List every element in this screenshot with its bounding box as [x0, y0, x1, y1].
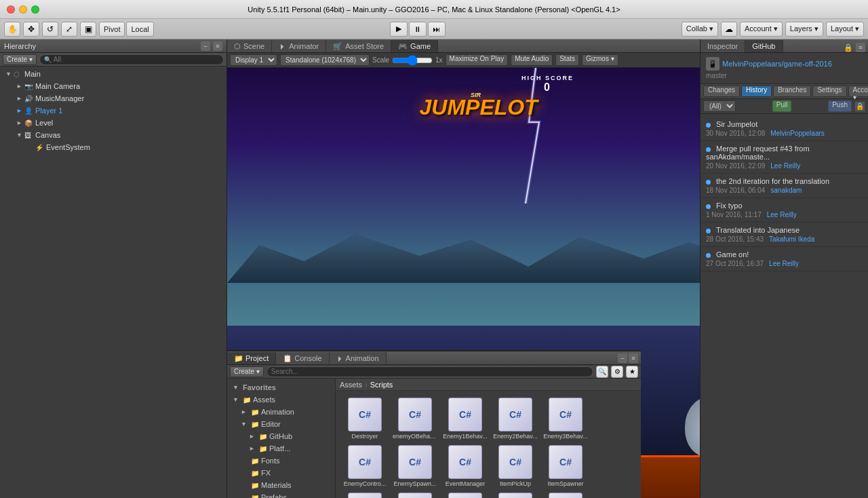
push-btn[interactable]: Push [828, 100, 852, 112]
inspector-menu-btn[interactable]: ≡ [856, 43, 865, 52]
sidebar-assets[interactable]: ▼ 📁 Assets [227, 394, 335, 406]
branches-btn[interactable]: Branches [773, 85, 811, 97]
maximize-btn[interactable]: Maximize On Play [446, 54, 509, 66]
game-tab[interactable]: 🎮 Game [391, 40, 438, 52]
commit-item-1[interactable]: Sir Jumpelot 30 Nov 2016, 12:08 MelvinPo… [701, 117, 868, 141]
pivot-btn[interactable]: Pivot [99, 22, 125, 37]
gizmos-btn[interactable]: Gizmos ▾ [582, 54, 618, 66]
hand-tool-btn[interactable]: ✋ [4, 22, 20, 37]
sidebar-animation[interactable]: ► 📁 Animation [227, 406, 335, 418]
commit-item-3[interactable]: the 2nd iteration for the translation 18… [701, 174, 868, 198]
tree-item-music-manager[interactable]: ► 🔊 MusicManager [0, 92, 226, 104]
display-select[interactable]: Display 1 [230, 54, 277, 66]
file-lavadeath[interactable]: LavaDeath [341, 491, 389, 498]
maximize-button[interactable] [31, 5, 39, 14]
file-itempickup[interactable]: ItemPickUp [492, 444, 539, 489]
sidebar-platf[interactable]: ► 📁 Platf... [227, 442, 335, 455]
sidebar-fonts[interactable]: 📁 Fonts [227, 455, 335, 467]
cloud-button[interactable]: ☁ [721, 22, 737, 37]
commit-item-6[interactable]: Game on! 27 Oct 2016, 16:37 Lee Reilly [701, 247, 868, 271]
repo-info: 📱 MelvinPoppelaars/game-off-2016 [706, 57, 863, 71]
inspector-tab[interactable]: Inspector [701, 40, 745, 52]
mute-btn[interactable]: Mute Audio [511, 54, 553, 66]
file-eventmanager[interactable]: EventManager [441, 444, 489, 489]
file-musicmanager[interactable]: MusicManag... [492, 491, 539, 498]
sidebar-fx[interactable]: 📁 FX [227, 467, 335, 479]
file-enemy0behav[interactable]: enemyOBehav... [391, 396, 439, 441]
project-search[interactable] [267, 366, 593, 377]
favorites-header: ▼ Favorites [227, 381, 335, 394]
file-label-enemyspawn: EnemySpawn... [393, 480, 437, 487]
scene-tab-label: Scene [243, 42, 264, 50]
commit-filter[interactable]: (All) [703, 100, 736, 112]
asset-store-tab[interactable]: 🛒 Asset Store [326, 40, 391, 52]
file-logo[interactable]: Logo [391, 491, 439, 498]
account-github-btn[interactable]: Account ▾ [848, 85, 868, 97]
hierarchy-lock-btn[interactable]: – [201, 41, 210, 51]
tree-item-player1[interactable]: ► 👤 Player 1 [0, 104, 226, 117]
tree-item-level[interactable]: ► 📦 Level [0, 117, 226, 129]
tree-item-canvas[interactable]: ▼ 🖼 Canvas [0, 129, 226, 141]
file-label-itemspawner: ItemSpawner [543, 480, 588, 487]
file-enemyspawn[interactable]: EnemySpawn... [391, 444, 439, 489]
file-enemy1behav[interactable]: Enemy1Behav... [441, 396, 489, 441]
project-search-icon[interactable]: 🔍 [596, 366, 608, 378]
tree-item-eventsystem[interactable]: ⚡ EventSystem [0, 141, 226, 153]
scale-tool-btn[interactable]: ⤢ [61, 22, 77, 37]
stats-btn[interactable]: Stats [555, 54, 579, 66]
layout-button[interactable]: Layout ▾ [826, 22, 864, 37]
file-music[interactable]: Music [441, 491, 489, 498]
sidebar-github[interactable]: ► 📁 GitHub [227, 430, 335, 442]
hierarchy-search[interactable]: 🔍 All [39, 54, 224, 65]
minimize-button[interactable] [19, 5, 27, 14]
animator-tab[interactable]: ⏵ Animator [272, 40, 326, 52]
project-create-btn[interactable]: Create ▾ [230, 366, 264, 377]
scene-tab[interactable]: ⬡ Scene [227, 40, 272, 52]
close-button[interactable] [7, 5, 15, 14]
project-star-btn[interactable]: ★ [626, 366, 638, 378]
rect-tool-btn[interactable]: ▣ [80, 22, 96, 37]
changes-btn[interactable]: Changes [703, 85, 740, 97]
layers-button[interactable]: Layers ▾ [785, 22, 823, 37]
pull-btn[interactable]: Pull [772, 100, 792, 112]
play-button[interactable]: ▶ [390, 22, 408, 37]
file-enemycontro[interactable]: EnemyContro... [341, 444, 389, 489]
move-tool-btn[interactable]: ✥ [23, 22, 39, 37]
rotate-tool-btn[interactable]: ↺ [42, 22, 58, 37]
scale-slider[interactable] [392, 57, 433, 64]
file-enemy3behav[interactable]: Enemy3Behav... [542, 396, 589, 441]
history-btn[interactable]: History [741, 85, 772, 97]
file-label-itempickup: ItemPickUp [493, 480, 538, 487]
local-btn[interactable]: Local [126, 22, 153, 37]
bottom-menu-btn[interactable]: ≡ [629, 353, 638, 363]
account-button[interactable]: Account ▾ [740, 22, 783, 37]
pause-button[interactable]: ⏸ [409, 22, 427, 37]
file-label-enemy3: Enemy3Behav... [543, 433, 588, 440]
hierarchy-create-btn[interactable]: Create ▾ [3, 54, 37, 65]
tree-item-main[interactable]: ▼ ⬡ Main [0, 68, 226, 80]
commit-item-4[interactable]: Fix typo 1 Nov 2016, 11:17 Lee Reilly [701, 198, 868, 223]
github-tab[interactable]: GitHub [745, 40, 783, 52]
commit-item-5[interactable]: Translated into Japanese 28 Oct 2016, 15… [701, 223, 868, 247]
project-tab[interactable]: 📁 Project [227, 352, 276, 364]
tree-item-main-camera[interactable]: ► 📷 Main Camera [0, 80, 226, 92]
sidebar-materials[interactable]: 📁 Materials [227, 479, 335, 491]
file-destroyer[interactable]: Destroyer [341, 396, 389, 441]
file-enemy2behav[interactable]: Enemy2Behav... [492, 396, 539, 441]
commit-item-2[interactable]: Merge pull request #43 from sanAkdam/mas… [701, 141, 868, 174]
sidebar-prefabs[interactable]: 📁 Prefabs [227, 491, 335, 498]
file-playercontrol[interactable]: PlayerControl... [542, 491, 589, 498]
resolution-select[interactable]: Standalone (1024x768) [280, 54, 370, 66]
settings-btn[interactable]: Settings [812, 85, 846, 97]
hierarchy-menu-btn[interactable]: ≡ [213, 41, 222, 51]
sidebar-editor[interactable]: ▼ 📁 Editor [227, 418, 335, 430]
project-tab-icon: 📁 [234, 354, 243, 363]
game-tab-icon: 🎮 [398, 42, 408, 51]
file-itemspawner[interactable]: ItemSpawner [542, 444, 589, 489]
collab-button[interactable]: Collab ▾ [682, 22, 718, 37]
project-filter-btn[interactable]: ⚙ [611, 366, 623, 378]
bottom-lock-btn[interactable]: – [618, 353, 627, 363]
step-button[interactable]: ⏭ [428, 22, 446, 37]
console-tab[interactable]: 📋 Console [276, 352, 329, 364]
animation-tab[interactable]: ⏵ Animation [330, 352, 387, 364]
